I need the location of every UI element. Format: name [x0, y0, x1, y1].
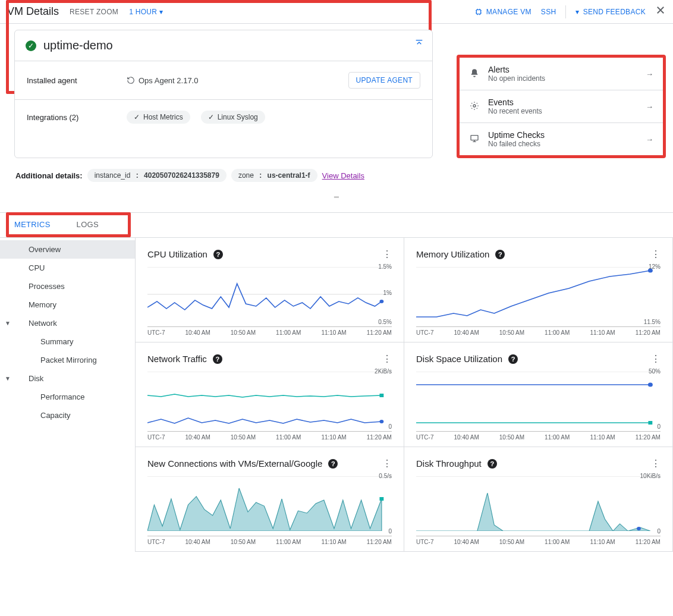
- alerts-row[interactable]: AlertsNo open incidents →: [460, 58, 663, 90]
- svg-marker-17: [147, 488, 382, 531]
- chart-svg: [147, 476, 392, 531]
- y-label: 11.5%: [644, 319, 661, 325]
- x-axis: UTC-710:40 AM10:50 AM11:00 AM11:10 AM11:…: [147, 431, 392, 441]
- x-axis: UTC-710:40 AM10:50 AM11:00 AM11:10 AM11:…: [416, 536, 661, 545]
- check-icon: ✓: [134, 113, 140, 121]
- sidebar-item-disk-performance[interactable]: Performance: [0, 388, 135, 406]
- vm-name: uptime-demo: [43, 39, 113, 52]
- svg-point-1: [473, 105, 476, 107]
- manage-vm-button[interactable]: MANAGE VM: [474, 8, 532, 16]
- zone-chip[interactable]: zone : us-central1-f: [231, 169, 317, 182]
- sidebar-item-cpu[interactable]: CPU: [0, 259, 135, 277]
- caret-down-icon: ▼: [5, 375, 11, 382]
- help-icon[interactable]: ?: [508, 354, 518, 364]
- svg-rect-15: [648, 421, 652, 425]
- chart-svg: [416, 372, 661, 426]
- top-bar: VM Details RESET ZOOM 1 HOUR ▾ MANAGE VM…: [0, 0, 673, 24]
- arrow-right-icon: →: [646, 102, 653, 111]
- y-label: 12%: [649, 263, 661, 270]
- chart-cpu: CPU Utilization ? ⋮ 1.5% 1% 0.5%: [136, 238, 404, 342]
- chart-menu-button[interactable]: ⋮: [382, 249, 392, 260]
- page-title: VM Details: [7, 5, 59, 18]
- svg-point-5: [379, 300, 383, 303]
- chart-memory: Memory Utilization ? ⋮ 12% 11.5% UTC-7: [404, 238, 673, 342]
- uptime-sub: No failed checks: [488, 140, 545, 148]
- sidebar-item-processes[interactable]: Processes: [0, 277, 135, 296]
- chart-title: New Connections with VMs/External/Google: [147, 458, 322, 469]
- reset-zoom-button[interactable]: RESET ZOOM: [70, 8, 118, 16]
- update-agent-button[interactable]: UPDATE AGENT: [348, 72, 420, 89]
- integration-chip[interactable]: ✓Linux Syslog: [201, 111, 265, 124]
- y-label: 0: [657, 528, 661, 535]
- sidebar-group-disk[interactable]: ▼Disk: [0, 369, 135, 388]
- chip-icon: [474, 8, 483, 16]
- x-axis: UTC-710:40 AM10:50 AM11:00 AM11:10 AM11:…: [416, 431, 661, 441]
- sidebar-item-disk-capacity[interactable]: Capacity: [0, 406, 135, 425]
- help-icon[interactable]: ?: [213, 354, 222, 364]
- chart-title: CPU Utilization: [147, 249, 207, 259]
- separator: [565, 5, 566, 18]
- sidebar-item-overview[interactable]: Overview: [0, 240, 135, 259]
- y-label: 0: [657, 423, 661, 430]
- chart-menu-button[interactable]: ⋮: [651, 458, 661, 469]
- alerts-sub: No open incidents: [488, 74, 545, 83]
- arrow-right-icon: →: [646, 135, 653, 144]
- y-label: 1%: [383, 290, 392, 296]
- refresh-icon: [127, 76, 135, 84]
- help-icon[interactable]: ?: [328, 459, 338, 469]
- additional-details: Additional details: instance_id : 402050…: [15, 169, 658, 182]
- sidebar-group-network[interactable]: ▼Network: [0, 314, 135, 332]
- sidebar-item-packet-mirroring[interactable]: Packet Mirroring: [0, 351, 135, 369]
- x-axis: UTC-710:40 AM10:50 AM11:00 AM11:10 AM11:…: [147, 536, 392, 545]
- caret-down-icon: ▾: [159, 8, 163, 16]
- chart-menu-button[interactable]: ⋮: [651, 353, 661, 364]
- arrow-right-icon: →: [646, 70, 653, 78]
- sidebar-item-memory[interactable]: Memory: [0, 296, 135, 314]
- chart-title: Disk Space Utilization: [416, 354, 502, 364]
- monitor-icon: [469, 134, 480, 145]
- chart-menu-button[interactable]: ⋮: [651, 249, 661, 260]
- events-row[interactable]: EventsNo recent events →: [460, 90, 663, 123]
- help-icon[interactable]: ?: [488, 459, 497, 469]
- collapse-button[interactable]: [414, 39, 424, 50]
- svg-rect-18: [379, 497, 383, 501]
- chart-network: Network Traffic ? ⋮ 2KiB/s 0: [136, 342, 404, 447]
- view-details-link[interactable]: View Details: [322, 171, 364, 180]
- y-label: 2KiB/s: [375, 368, 392, 375]
- tab-metrics[interactable]: METRICS: [10, 213, 55, 237]
- chart-svg: [147, 372, 392, 426]
- uptime-row[interactable]: Uptime ChecksNo failed checks →: [460, 123, 663, 155]
- charts-grid: CPU Utilization ? ⋮ 1.5% 1% 0.5%: [136, 238, 673, 552]
- chart-title: Network Traffic: [147, 354, 207, 364]
- help-icon[interactable]: ?: [495, 250, 505, 259]
- integrations-label: Integrations (2): [27, 113, 116, 122]
- chart-disk-throughput: Disk Throughput ? ⋮ 10KiB/s 0 UTC-710:: [404, 447, 673, 552]
- close-button[interactable]: [655, 5, 666, 18]
- chart-svg: [416, 476, 661, 531]
- y-label: 10KiB/s: [640, 473, 661, 479]
- chart-svg: [416, 267, 661, 322]
- x-axis: UTC-710:40 AM10:50 AM11:00 AM11:10 AM11:…: [147, 326, 392, 336]
- time-range-dropdown[interactable]: 1 HOUR ▾: [129, 8, 163, 16]
- chart-menu-button[interactable]: ⋮: [382, 353, 392, 364]
- svg-rect-2: [471, 135, 478, 140]
- integration-chip[interactable]: ✓Host Metrics: [127, 111, 190, 124]
- svg-marker-20: [416, 493, 650, 531]
- y-label: 50%: [649, 368, 661, 375]
- alerts-title: Alerts: [488, 65, 545, 74]
- help-icon[interactable]: ?: [213, 250, 223, 259]
- drag-handle-icon[interactable]: ━: [0, 193, 673, 202]
- send-feedback-dropdown[interactable]: ▾ SEND FEEDBACK: [575, 8, 646, 16]
- tab-logs[interactable]: LOGS: [72, 213, 103, 237]
- ssh-button[interactable]: SSH: [541, 8, 556, 16]
- agent-label: Installed agent: [27, 76, 116, 85]
- chart-svg: [147, 267, 392, 322]
- status-panel: AlertsNo open incidents → EventsNo recen…: [457, 55, 666, 158]
- agent-value: Ops Agent 2.17.0: [127, 76, 198, 85]
- events-icon: [469, 101, 480, 112]
- instance-id-chip[interactable]: instance_id : 4020507026241335879: [87, 169, 227, 182]
- svg-point-13: [648, 383, 653, 387]
- chart-menu-button[interactable]: ⋮: [382, 458, 392, 469]
- sidebar-item-network-summary[interactable]: Summary: [0, 332, 135, 351]
- chart-connections: New Connections with VMs/External/Google…: [136, 447, 404, 552]
